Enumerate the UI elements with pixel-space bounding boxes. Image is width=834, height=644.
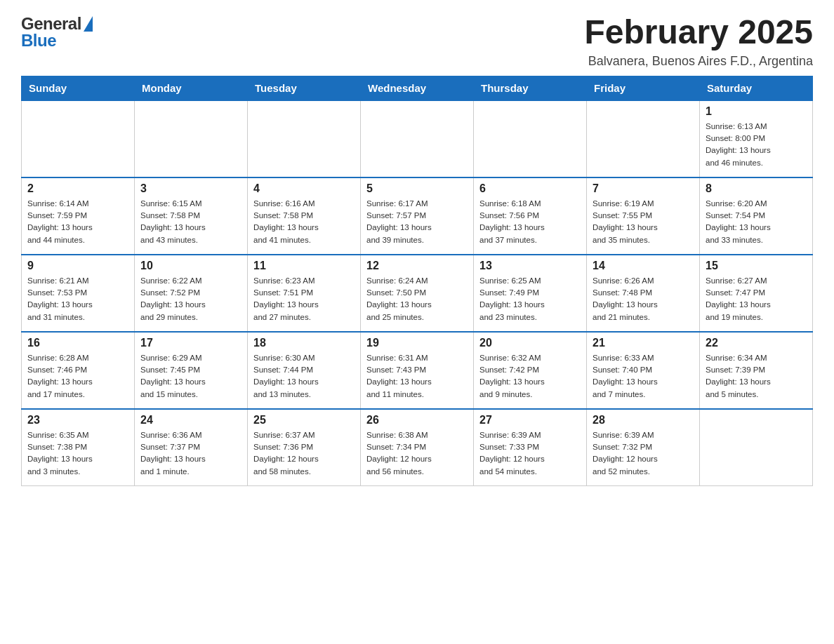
day-info: Sunrise: 6:30 AM Sunset: 7:44 PM Dayligh… (253, 352, 355, 401)
day-number: 16 (27, 337, 128, 349)
column-header-sunday: Sunday (22, 76, 135, 100)
day-number: 1 (706, 105, 807, 118)
calendar-cell (22, 100, 135, 177)
calendar-cell: 3Sunrise: 6:15 AM Sunset: 7:58 PM Daylig… (135, 177, 248, 255)
calendar-cell: 21Sunrise: 6:33 AM Sunset: 7:40 PM Dayli… (587, 332, 700, 409)
calendar-cell: 10Sunrise: 6:22 AM Sunset: 7:52 PM Dayli… (135, 255, 248, 332)
logo-arrow-icon (84, 16, 93, 32)
day-number: 23 (27, 414, 128, 427)
day-info: Sunrise: 6:23 AM Sunset: 7:51 PM Dayligh… (253, 275, 355, 323)
day-info: Sunrise: 6:21 AM Sunset: 7:53 PM Dayligh… (27, 275, 128, 323)
calendar-cell: 18Sunrise: 6:30 AM Sunset: 7:44 PM Dayli… (248, 332, 361, 409)
day-number: 19 (366, 337, 468, 349)
day-number: 21 (593, 337, 694, 349)
day-number: 2 (27, 182, 128, 195)
day-info: Sunrise: 6:20 AM Sunset: 7:54 PM Dayligh… (706, 198, 807, 246)
day-info: Sunrise: 6:28 AM Sunset: 7:46 PM Dayligh… (27, 352, 128, 401)
logo-blue-text: Blue (21, 31, 56, 51)
calendar-cell (361, 100, 474, 177)
day-number: 7 (593, 182, 694, 195)
day-info: Sunrise: 6:25 AM Sunset: 7:49 PM Dayligh… (479, 275, 581, 323)
day-info: Sunrise: 6:16 AM Sunset: 7:58 PM Dayligh… (253, 198, 355, 246)
calendar-cell: 1Sunrise: 6:13 AM Sunset: 8:00 PM Daylig… (700, 100, 813, 177)
day-number: 13 (479, 260, 581, 272)
calendar-week-row: 9Sunrise: 6:21 AM Sunset: 7:53 PM Daylig… (22, 255, 813, 332)
calendar-cell: 15Sunrise: 6:27 AM Sunset: 7:47 PM Dayli… (700, 255, 813, 332)
column-header-monday: Monday (135, 76, 248, 100)
day-number: 11 (253, 260, 355, 272)
day-number: 20 (479, 337, 581, 349)
column-header-friday: Friday (587, 76, 700, 100)
day-number: 27 (479, 414, 581, 427)
calendar-cell: 27Sunrise: 6:39 AM Sunset: 7:33 PM Dayli… (474, 409, 587, 486)
calendar-cell: 7Sunrise: 6:19 AM Sunset: 7:55 PM Daylig… (587, 177, 700, 255)
day-number: 8 (706, 182, 807, 195)
day-info: Sunrise: 6:39 AM Sunset: 7:33 PM Dayligh… (479, 429, 581, 478)
calendar-week-row: 16Sunrise: 6:28 AM Sunset: 7:46 PM Dayli… (22, 332, 813, 409)
title-block: February 2025 Balvanera, Buenos Aires F.… (584, 14, 813, 69)
day-number: 4 (253, 182, 355, 195)
day-number: 6 (479, 182, 581, 195)
calendar-cell (474, 100, 587, 177)
day-info: Sunrise: 6:15 AM Sunset: 7:58 PM Dayligh… (140, 198, 241, 246)
calendar-cell: 8Sunrise: 6:20 AM Sunset: 7:54 PM Daylig… (700, 177, 813, 255)
calendar-header-row: SundayMondayTuesdayWednesdayThursdayFrid… (22, 76, 813, 100)
calendar-cell: 17Sunrise: 6:29 AM Sunset: 7:45 PM Dayli… (135, 332, 248, 409)
calendar-week-row: 2Sunrise: 6:14 AM Sunset: 7:59 PM Daylig… (22, 177, 813, 255)
calendar-cell: 20Sunrise: 6:32 AM Sunset: 7:42 PM Dayli… (474, 332, 587, 409)
calendar-cell: 4Sunrise: 6:16 AM Sunset: 7:58 PM Daylig… (248, 177, 361, 255)
calendar-cell: 12Sunrise: 6:24 AM Sunset: 7:50 PM Dayli… (361, 255, 474, 332)
calendar-table: SundayMondayTuesdayWednesdayThursdayFrid… (21, 76, 813, 487)
calendar-week-row: 23Sunrise: 6:35 AM Sunset: 7:38 PM Dayli… (22, 409, 813, 486)
logo: General Blue (21, 14, 93, 51)
calendar-week-row: 1Sunrise: 6:13 AM Sunset: 8:00 PM Daylig… (22, 100, 813, 177)
day-number: 12 (366, 260, 468, 272)
calendar-cell (135, 100, 248, 177)
column-header-thursday: Thursday (474, 76, 587, 100)
day-number: 28 (593, 414, 694, 427)
column-header-wednesday: Wednesday (361, 76, 474, 100)
day-info: Sunrise: 6:31 AM Sunset: 7:43 PM Dayligh… (366, 352, 468, 401)
day-number: 10 (140, 260, 241, 272)
day-number: 15 (706, 260, 807, 272)
day-info: Sunrise: 6:22 AM Sunset: 7:52 PM Dayligh… (140, 275, 241, 323)
calendar-cell (700, 409, 813, 486)
day-info: Sunrise: 6:38 AM Sunset: 7:34 PM Dayligh… (366, 429, 468, 478)
day-number: 24 (140, 414, 241, 427)
calendar-cell: 24Sunrise: 6:36 AM Sunset: 7:37 PM Dayli… (135, 409, 248, 486)
day-number: 9 (27, 260, 128, 272)
calendar-cell: 14Sunrise: 6:26 AM Sunset: 7:48 PM Dayli… (587, 255, 700, 332)
day-number: 17 (140, 337, 241, 349)
day-number: 25 (253, 414, 355, 427)
day-info: Sunrise: 6:24 AM Sunset: 7:50 PM Dayligh… (366, 275, 468, 323)
calendar-cell: 11Sunrise: 6:23 AM Sunset: 7:51 PM Dayli… (248, 255, 361, 332)
calendar-cell: 16Sunrise: 6:28 AM Sunset: 7:46 PM Dayli… (22, 332, 135, 409)
day-info: Sunrise: 6:17 AM Sunset: 7:57 PM Dayligh… (366, 198, 468, 246)
day-number: 5 (366, 182, 468, 195)
day-info: Sunrise: 6:14 AM Sunset: 7:59 PM Dayligh… (27, 198, 128, 246)
calendar-cell: 25Sunrise: 6:37 AM Sunset: 7:36 PM Dayli… (248, 409, 361, 486)
calendar-cell (587, 100, 700, 177)
day-number: 14 (593, 260, 694, 272)
day-info: Sunrise: 6:26 AM Sunset: 7:48 PM Dayligh… (593, 275, 694, 323)
day-number: 18 (253, 337, 355, 349)
day-info: Sunrise: 6:35 AM Sunset: 7:38 PM Dayligh… (27, 429, 128, 478)
day-info: Sunrise: 6:34 AM Sunset: 7:39 PM Dayligh… (706, 352, 807, 401)
day-info: Sunrise: 6:13 AM Sunset: 8:00 PM Dayligh… (706, 121, 807, 169)
calendar-cell (248, 100, 361, 177)
calendar-cell: 9Sunrise: 6:21 AM Sunset: 7:53 PM Daylig… (22, 255, 135, 332)
day-info: Sunrise: 6:27 AM Sunset: 7:47 PM Dayligh… (706, 275, 807, 323)
day-number: 22 (706, 337, 807, 349)
calendar-cell: 23Sunrise: 6:35 AM Sunset: 7:38 PM Dayli… (22, 409, 135, 486)
calendar-cell: 22Sunrise: 6:34 AM Sunset: 7:39 PM Dayli… (700, 332, 813, 409)
day-info: Sunrise: 6:18 AM Sunset: 7:56 PM Dayligh… (479, 198, 581, 246)
page-header: General Blue February 2025 Balvanera, Bu… (21, 14, 813, 69)
day-info: Sunrise: 6:33 AM Sunset: 7:40 PM Dayligh… (593, 352, 694, 401)
day-info: Sunrise: 6:37 AM Sunset: 7:36 PM Dayligh… (253, 429, 355, 478)
calendar-cell: 5Sunrise: 6:17 AM Sunset: 7:57 PM Daylig… (361, 177, 474, 255)
day-info: Sunrise: 6:36 AM Sunset: 7:37 PM Dayligh… (140, 429, 241, 478)
day-info: Sunrise: 6:29 AM Sunset: 7:45 PM Dayligh… (140, 352, 241, 401)
column-header-saturday: Saturday (700, 76, 813, 100)
location-text: Balvanera, Buenos Aires F.D., Argentina (584, 54, 813, 69)
calendar-cell: 13Sunrise: 6:25 AM Sunset: 7:49 PM Dayli… (474, 255, 587, 332)
